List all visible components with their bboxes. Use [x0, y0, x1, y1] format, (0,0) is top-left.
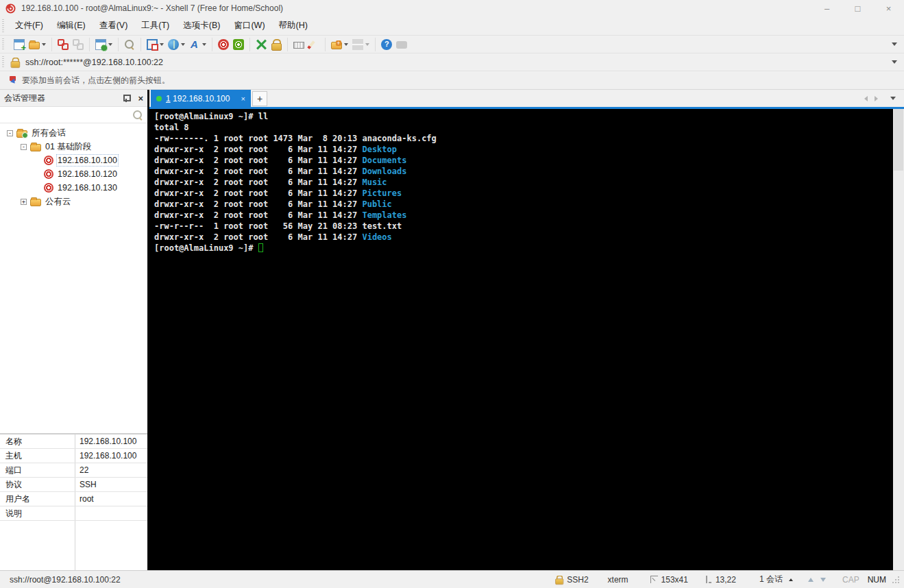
dropdown-chevron-icon[interactable] — [181, 43, 185, 46]
tree-item-label: 所有会话 — [32, 127, 66, 139]
menu-item-5[interactable]: 窗口(W) — [227, 17, 271, 34]
dropdown-chevron-icon[interactable] — [365, 43, 369, 46]
terminal-size-icon — [650, 576, 658, 583]
tab-scroll-right-icon[interactable] — [875, 96, 878, 101]
session-icon — [44, 156, 53, 165]
property-value: 22 — [75, 465, 147, 475]
web-button[interactable] — [166, 38, 187, 51]
expand-icon[interactable]: + — [21, 199, 27, 205]
tab-list-chevron-icon[interactable] — [890, 97, 896, 100]
terminal-line: drwxr-xr-x 2 root root 6 Mar 11 14:27 Do… — [154, 155, 893, 166]
folder-icon — [30, 144, 41, 151]
ssl-lock-icon — [10, 57, 20, 66]
tree-item--[interactable]: -所有会话 — [0, 126, 147, 140]
help-button[interactable] — [379, 38, 394, 51]
collapse-icon[interactable]: - — [7, 130, 13, 136]
address-url[interactable]: ssh://root:******@192.168.10.100:22 — [25, 58, 163, 67]
tile-windows-button — [350, 38, 371, 51]
scroll-down-icon[interactable] — [820, 578, 826, 582]
session-icon — [44, 169, 53, 179]
new-file-button[interactable] — [329, 38, 350, 50]
keyboard-icon — [293, 42, 304, 49]
highlight-button[interactable] — [306, 38, 321, 51]
status-session-count[interactable]: 1 会话 — [759, 574, 783, 585]
feedback-button[interactable] — [394, 39, 409, 49]
xshell-button[interactable] — [216, 38, 231, 51]
session-count-chevron-icon[interactable] — [789, 578, 793, 581]
panel-close-icon[interactable]: × — [138, 93, 143, 103]
terminal-line: total 8 — [154, 122, 893, 133]
reconnect-icon — [73, 39, 84, 50]
dropdown-chevron-icon[interactable] — [344, 43, 348, 46]
tab-close-icon[interactable]: × — [241, 95, 245, 103]
find-button[interactable] — [122, 38, 137, 51]
close-button[interactable]: × — [873, 0, 904, 16]
virtual-keyboard-button[interactable] — [291, 39, 306, 49]
terminal-cursor — [258, 243, 263, 252]
property-value: root — [75, 494, 147, 504]
lock-screen-button[interactable] — [269, 38, 284, 51]
tree-item-192.168.10.130[interactable]: 192.168.10.130 — [0, 181, 147, 195]
resize-grip[interactable] — [892, 576, 900, 584]
collapse-icon[interactable]: - — [21, 144, 27, 150]
tab-session-192-168-10-100[interactable]: 1 192.168.10.100 × — [151, 90, 251, 107]
new-session-button[interactable] — [12, 38, 27, 51]
menu-item-6[interactable]: 帮助(H) — [272, 17, 315, 34]
session-manager-panel: 会话管理器 × -所有会话-01 基础阶段192.168.10.100192.1… — [0, 90, 149, 570]
status-terminal-type[interactable]: xterm — [608, 575, 628, 585]
property-row-协议: 协议SSH — [0, 478, 147, 492]
menu-item-0[interactable]: 文件(F) — [8, 17, 50, 34]
session-properties-grid: 名称192.168.10.100主机192.168.10.100端口22协议SS… — [0, 433, 147, 570]
folder-icon — [30, 199, 41, 206]
maximize-button[interactable]: □ — [842, 0, 873, 16]
terminal-scrollbar[interactable] — [893, 109, 904, 570]
search-icon — [132, 110, 143, 121]
session-search-box[interactable] — [0, 107, 147, 123]
address-dropdown-chevron-icon[interactable] — [892, 60, 897, 64]
menu-item-4[interactable]: 选项卡(B) — [176, 17, 227, 34]
compose-bar-button[interactable] — [145, 38, 166, 51]
menu-item-1[interactable]: 编辑(E) — [50, 17, 93, 34]
disconnect-button[interactable] — [56, 38, 71, 51]
dropdown-chevron-icon[interactable] — [160, 43, 164, 46]
reconnect-button — [71, 38, 86, 51]
dropdown-chevron-icon[interactable] — [42, 43, 46, 46]
font-button[interactable] — [187, 38, 208, 51]
ssh-lock-icon — [555, 576, 563, 584]
tab-scroll-left-icon[interactable] — [864, 96, 868, 101]
dropdown-chevron-icon[interactable] — [108, 43, 112, 46]
tree-item-label: 01 基础阶段 — [45, 141, 91, 153]
xftp-button[interactable] — [231, 38, 246, 51]
terminal-line: drwxr-xr-x 2 root root 6 Mar 11 14:27 Te… — [154, 210, 893, 221]
pin-icon[interactable] — [123, 94, 130, 102]
property-label: 说明 — [0, 506, 75, 520]
property-label: 主机 — [0, 449, 75, 463]
tree-item-01-[interactable]: -01 基础阶段 — [0, 140, 147, 154]
search-icon — [124, 39, 135, 50]
property-label: 用户名 — [0, 492, 75, 506]
scroll-up-icon[interactable] — [808, 578, 814, 582]
tree-item-192.168.10.100[interactable]: 192.168.10.100 — [0, 154, 147, 167]
dropdown-chevron-icon[interactable] — [202, 43, 206, 46]
property-row-用户名: 用户名root — [0, 492, 147, 506]
open-folder-button[interactable] — [27, 38, 48, 50]
fullscreen-button[interactable] — [254, 38, 269, 51]
session-dialog-button[interactable] — [93, 38, 114, 51]
tree-item-192.168.10.120[interactable]: 192.168.10.120 — [0, 167, 147, 181]
help-icon — [381, 39, 392, 50]
terminal-screen[interactable]: [root@AlmaLinux9 ~]# lltotal 8-rw-------… — [149, 109, 893, 570]
toolbar-overflow-chevron-icon[interactable] — [892, 42, 897, 46]
toolbar — [0, 36, 904, 53]
property-row-端口: 端口22 — [0, 463, 147, 478]
terminal-line: drwxr-xr-x 2 root root 6 Mar 11 14:27 Mu… — [154, 177, 893, 188]
new-tab-button[interactable]: + — [252, 91, 267, 106]
fullscreen-icon — [256, 39, 267, 50]
session-manager-title: 会话管理器 — [4, 93, 45, 104]
scrollbar-thumb[interactable] — [894, 109, 903, 171]
menu-item-3[interactable]: 工具(T) — [134, 17, 176, 34]
menu-item-2[interactable]: 查看(V) — [93, 17, 135, 34]
minimize-button[interactable]: – — [811, 0, 842, 16]
font-icon — [189, 39, 200, 50]
tree-item--[interactable]: +公有云 — [0, 195, 147, 208]
terminal-line: -rw-r--r-- 1 root root 56 May 21 08:23 t… — [154, 221, 893, 232]
